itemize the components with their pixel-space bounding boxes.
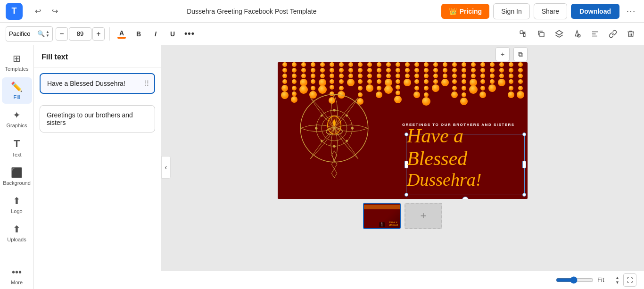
bold-button[interactable]: B (132, 27, 146, 41)
dussehra-card: GREETINGS TO OUR BROTHERS AND SISTERS (278, 62, 528, 199)
fill-item-2[interactable]: Greetings to our brothers and sisters (40, 105, 155, 132)
svg-point-140 (509, 68, 513, 73)
text-toolbar: Pacifico 🔍 ▲ ▼ − 89 + A B I U ••• (0, 23, 644, 45)
svg-point-94 (424, 86, 429, 91)
sidebar-item-more[interactable]: ••• More (2, 263, 32, 289)
sidebar-item-graphics[interactable]: ✦ Graphics (2, 106, 32, 132)
text-color-a-label: A (119, 29, 124, 37)
link-button[interactable] (605, 26, 620, 41)
share-button[interactable]: Share (534, 3, 567, 19)
left-sidebar: ⊞ Templates ✏️ Fill ✦ Graphics T Text ⬛ … (0, 45, 34, 289)
redo-button[interactable]: ↪ (47, 4, 62, 19)
italic-button[interactable]: I (149, 27, 163, 41)
sidebar-label-uploads: Uploads (7, 237, 26, 242)
svg-point-150 (517, 91, 524, 99)
svg-point-10 (292, 62, 297, 67)
fill-item-1[interactable]: Have a Blessed Dussehra! ⠿ (40, 73, 155, 94)
svg-point-112 (462, 62, 466, 67)
sidebar-item-fill[interactable]: ✏️ Fill (2, 77, 32, 104)
sidebar-item-logo[interactable]: ⬆ Logo (2, 191, 32, 218)
sign-in-button[interactable]: Sign In (493, 3, 530, 19)
add-slide-button[interactable]: + (495, 47, 510, 61)
svg-point-33 (330, 62, 334, 67)
add-page-button[interactable]: + (405, 203, 442, 229)
svg-point-11 (292, 68, 297, 73)
canvas-wrapper: + ⧉ (278, 62, 528, 199)
svg-point-102 (443, 62, 447, 67)
collapse-panel-button[interactable]: ‹ (161, 156, 171, 179)
font-arrows[interactable]: ▲ ▼ (46, 30, 50, 38)
underline-button[interactable]: U (165, 27, 180, 41)
svg-point-4 (282, 62, 287, 67)
decrease-size-button[interactable]: − (56, 27, 68, 41)
svg-point-116 (462, 86, 466, 91)
svg-point-41 (339, 68, 344, 73)
svg-point-100 (433, 79, 438, 84)
svg-point-72 (384, 85, 393, 94)
fill-item-1-text: Have a Blessed Dussehra! (47, 80, 148, 87)
text-color-button[interactable]: A (115, 27, 129, 41)
more-options-button[interactable]: ⋯ (623, 4, 638, 19)
paint-format-button[interactable] (516, 26, 531, 41)
svg-point-105 (441, 79, 449, 86)
svg-point-97 (433, 62, 438, 67)
layer-button[interactable] (552, 26, 567, 41)
svg-point-129 (479, 91, 486, 98)
download-button[interactable]: Download (571, 4, 619, 19)
font-selector[interactable]: Pacifico 🔍 ▲ ▼ (6, 26, 53, 41)
more-format-button[interactable]: ••• (182, 27, 197, 41)
svg-point-103 (443, 68, 447, 73)
svg-point-63 (377, 68, 381, 73)
svg-point-99 (433, 74, 438, 78)
undo-button[interactable]: ↩ (30, 4, 45, 19)
svg-point-74 (396, 68, 400, 73)
sidebar-item-text[interactable]: T Text (2, 134, 32, 161)
svg-point-82 (405, 74, 410, 78)
graphics-icon: ✦ (13, 109, 21, 121)
shape-button[interactable] (570, 26, 585, 41)
delete-button[interactable] (623, 26, 638, 41)
svg-point-69 (386, 68, 391, 73)
svg-point-7 (282, 79, 287, 84)
sidebar-item-uploads[interactable]: ⬆ Uploads (2, 220, 32, 246)
svg-point-76 (396, 79, 400, 84)
svg-point-29 (320, 68, 325, 73)
svg-point-46 (348, 62, 353, 67)
sidebar-item-templates[interactable]: ⊞ Templates (2, 49, 32, 75)
svg-point-118 (460, 98, 468, 105)
pricing-button[interactable]: 👑 Pricing (441, 4, 489, 19)
svg-point-83 (404, 79, 411, 86)
svg-point-148 (518, 79, 523, 84)
svg-point-98 (433, 68, 438, 73)
drag-handle-icon[interactable]: ⠿ (144, 79, 149, 88)
sidebar-item-background[interactable]: ⬛ Background (2, 163, 32, 190)
svg-point-109 (452, 79, 457, 84)
duplicate-slide-button[interactable]: ⧉ (513, 47, 528, 61)
svg-marker-165 (331, 160, 337, 169)
svg-point-134 (488, 84, 496, 92)
font-size-input[interactable]: 89 (69, 27, 91, 41)
align-button[interactable] (587, 26, 603, 41)
handle-bl (405, 193, 408, 197)
increase-size-button[interactable]: + (92, 27, 105, 41)
svg-point-57 (367, 62, 372, 67)
svg-point-142 (509, 79, 513, 84)
background-icon: ⬛ (11, 167, 23, 178)
duplicate-button[interactable] (534, 26, 549, 41)
svg-point-132 (490, 74, 495, 78)
zoom-slider[interactable] (556, 276, 594, 284)
svg-point-104 (443, 74, 447, 78)
zoom-arrows[interactable]: ▲ ▼ (615, 275, 619, 285)
text-icon: T (14, 138, 20, 150)
svg-point-159 (351, 127, 354, 130)
thumbnail-1[interactable]: Have aBlessed 1 (363, 203, 401, 229)
handle-mr (522, 161, 526, 168)
svg-point-58 (367, 68, 372, 73)
svg-point-18 (301, 68, 306, 73)
top-bar: T ↩ ↪ Dussehra Greeting Facebook Post Te… (0, 0, 644, 23)
templates-icon: ⊞ (13, 53, 21, 64)
fullscreen-button[interactable] (623, 273, 636, 287)
svg-point-17 (301, 62, 306, 67)
toolbar-right-actions (516, 26, 638, 41)
svg-point-110 (452, 86, 457, 91)
